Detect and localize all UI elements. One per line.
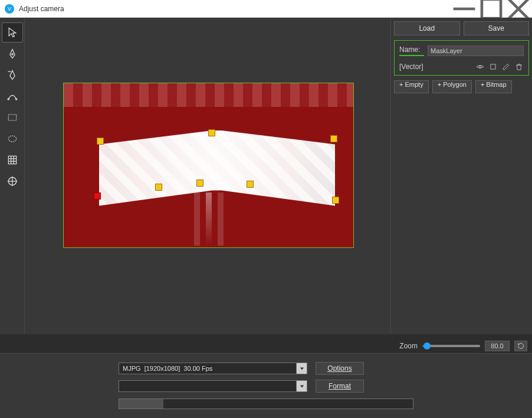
zoom-value[interactable]: 80.0 [485,341,510,351]
trash-icon[interactable] [514,62,524,71]
progress-fill [119,399,163,409]
close-button[interactable] [505,0,532,18]
bottom-panel: Options Format Back Cancel Next [0,353,532,418]
progress-bar [119,399,413,409]
load-button[interactable]: Load [394,21,460,35]
layer-type-label: [Vector] [399,63,423,71]
app-icon: V [5,4,14,14]
add-polygon-button[interactable]: + Polygon [432,80,472,93]
zoom-row: Zoom 80.0 [0,339,532,353]
svg-rect-19 [491,64,495,69]
handle[interactable] [247,181,254,188]
resolution-dropdown-button[interactable] [297,363,307,374]
handle[interactable] [330,135,337,142]
format-dropdown-button[interactable] [297,380,307,392]
handle[interactable] [155,184,162,191]
maximize-button[interactable] [478,0,505,18]
zoom-slider[interactable] [422,345,480,347]
add-empty-button[interactable]: + Empty [394,80,429,93]
canvas-area[interactable] [25,18,390,334]
grid-tool[interactable] [2,150,23,170]
edit-icon[interactable] [501,62,511,71]
pointer-tool[interactable] [2,22,23,43]
mask-shape[interactable] [99,130,335,207]
add-bitmap-button[interactable]: + Bitmap [475,80,512,93]
right-panel: Load Save Name: [Vector] + Empty [390,18,532,334]
handle[interactable] [196,179,203,187]
pen-tool[interactable] [2,44,23,64]
layer-name-input[interactable] [428,45,524,56]
handle[interactable] [97,138,104,145]
camera-preview[interactable] [63,83,354,248]
handle-active[interactable] [94,192,101,200]
svg-marker-23 [300,385,303,387]
bezier-tool[interactable] [2,86,23,106]
zoom-reset-button[interactable] [514,341,527,351]
box-icon[interactable] [488,62,498,71]
svg-point-7 [15,99,17,100]
resolution-combo[interactable] [119,363,297,374]
svg-point-4 [11,54,13,55]
layer-box: Name: [Vector] [394,40,529,76]
window-title: Adjust camera [19,5,64,13]
visibility-icon[interactable] [475,62,485,71]
svg-point-9 [8,136,16,142]
zoom-slider-thumb[interactable] [423,342,431,350]
titlebar: V Adjust camera [0,0,532,18]
toolbar [0,18,25,334]
rectangle-tool[interactable] [2,107,23,128]
crosshair-tool[interactable] [2,171,23,191]
svg-rect-10 [8,156,16,164]
save-button[interactable]: Save [464,21,530,35]
svg-point-18 [479,66,481,68]
pen-minus-tool[interactable] [2,65,23,85]
svg-marker-22 [300,367,303,370]
svg-rect-8 [8,115,16,120]
format-button[interactable]: Format [316,380,364,393]
name-label: Name: [399,45,420,54]
handle[interactable] [208,129,215,136]
main-area: Load Save Name: [Vector] + Empty [0,18,532,334]
options-button[interactable]: Options [316,362,364,375]
format-combo[interactable] [119,380,297,392]
ellipse-tool[interactable] [2,129,23,149]
zoom-label: Zoom [399,342,418,350]
svg-rect-1 [482,0,501,18]
minimize-button[interactable] [451,0,478,18]
handle[interactable] [332,197,339,204]
